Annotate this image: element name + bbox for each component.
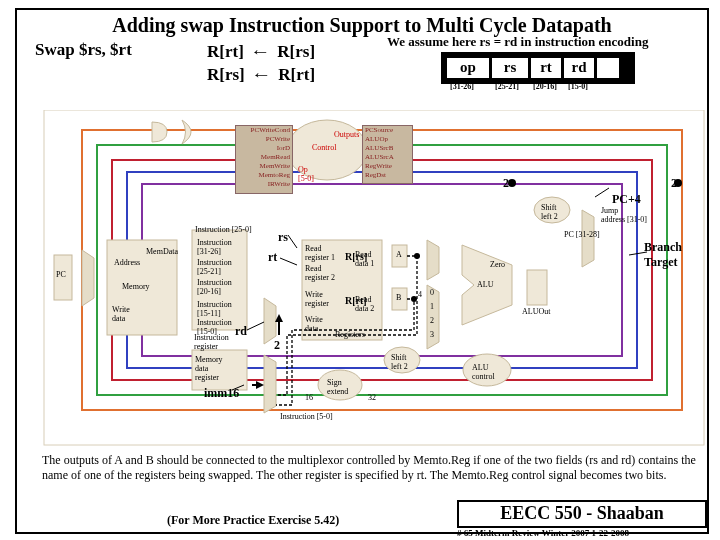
arrow-left-icon: ← xyxy=(247,65,277,85)
lbl-aluctl: ALU control xyxy=(472,363,495,381)
svg-line-24 xyxy=(247,322,264,330)
lbl-jaddr: Jump address [31-0] xyxy=(601,206,647,224)
bits-op: [31-26] xyxy=(450,82,474,91)
lbl-i2520: Instruction [25-0] xyxy=(195,225,252,234)
ov-2c: 2 xyxy=(671,176,677,191)
lbl-outputs: Outputs xyxy=(334,130,359,139)
rtl1-lhs: R[rt] xyxy=(207,42,244,61)
lbl-sl2a: Shift left 2 xyxy=(391,353,408,371)
lbl-wr: Write register xyxy=(305,290,329,308)
m1: 1 xyxy=(430,302,434,311)
ov-pc4: PC+4 xyxy=(612,192,641,207)
slide-footer: # 65 Midterm Review Winter 2007 1-22-200… xyxy=(457,528,629,538)
field-rs: rs xyxy=(492,58,528,78)
lbl-op: Op [5-0] xyxy=(298,165,314,183)
lbl-addr: Address xyxy=(114,258,140,267)
bits-rt: [20-16] xyxy=(533,82,557,91)
lbl-zero: Zero xyxy=(490,260,505,269)
field-pad xyxy=(597,58,619,78)
rtl-line-1: R[rt] ← R[rs] xyxy=(207,42,315,62)
lbl-b: B xyxy=(396,293,401,302)
lbl-i3126: Instruction [31-26] xyxy=(197,238,232,256)
lbl-mdr: Memory data register xyxy=(195,355,223,382)
rtl1-rhs: R[rs] xyxy=(277,42,315,61)
lbl-mem: Memory xyxy=(122,282,150,291)
ov-Rrt: R[rt] xyxy=(345,295,367,306)
control-signals-right: PCSourceALUOpALUSrcB ALUSrcARegWriteRegD… xyxy=(362,125,413,184)
arrow-left-icon: ← xyxy=(246,42,276,62)
field-rt: rt xyxy=(531,58,561,78)
m3: 3 xyxy=(430,330,434,339)
lbl-alu: ALU xyxy=(477,280,493,289)
lbl-four: 4 xyxy=(418,290,422,299)
lbl-ir: Instruction register xyxy=(194,333,229,351)
svg-point-15 xyxy=(411,296,417,302)
bits-rd: [15-0] xyxy=(568,82,588,91)
ov-Rrs: R[rs] xyxy=(345,251,367,262)
lbl-wdata: Write data xyxy=(112,305,130,323)
lbl-i2521: Instruction [25-21] xyxy=(197,258,232,276)
lbl-rr1: Read register 1 xyxy=(305,244,335,262)
control-signals-left: PCWriteCondPCWriteIorD MemReadMemWriteMe… xyxy=(235,125,293,194)
lbl-i2016: Instruction [20-16] xyxy=(197,278,232,296)
slide-frame: Adding swap Instruction Support to Multi… xyxy=(15,8,709,534)
practice-ref: (For More Practice Exercise 5.42) xyxy=(167,513,339,528)
field-rd: rd xyxy=(564,58,594,78)
svg-rect-9 xyxy=(527,270,547,305)
assume-note: We assume here rs = rd in instruction en… xyxy=(387,34,648,50)
lbl-32: 32 xyxy=(368,393,376,402)
svg-marker-21 xyxy=(256,381,264,389)
lbl-sl2b: Shift left 2 xyxy=(541,203,558,221)
lbl-i50: Instruction [5-0] xyxy=(280,412,333,421)
lbl-rr2: Read register 2 xyxy=(305,264,335,282)
lbl-memdata: MemData xyxy=(146,247,178,256)
lbl-pc3128: PC [31-28] xyxy=(564,230,600,239)
ov-rt: rt xyxy=(268,250,277,265)
rtl2-rhs: R[rt] xyxy=(278,65,315,84)
lbl-16: 16 xyxy=(305,393,313,402)
datapath-diagram: PCWriteCondPCWriteIorD MemReadMemWriteMe… xyxy=(42,110,707,450)
swap-instruction: Swap $rs, $rt xyxy=(35,40,132,60)
lbl-pc: PC xyxy=(56,270,66,279)
ov-imm16: imm16 xyxy=(204,386,239,401)
m2: 2 xyxy=(430,316,434,325)
lbl-rf: Registers xyxy=(335,330,365,339)
m0: 0 xyxy=(430,288,434,297)
bits-rs: [25-21] xyxy=(495,82,519,91)
lbl-aluout: ALUOut xyxy=(522,307,550,316)
lbl-a: A xyxy=(396,250,402,259)
ov-2b: 2 xyxy=(503,176,509,191)
svg-line-22 xyxy=(288,235,297,248)
lbl-wd: Write data xyxy=(305,315,323,333)
explanatory-note: The outputs of A and B should be connect… xyxy=(42,453,702,483)
ov-rd: rd xyxy=(235,324,247,339)
lbl-signext: Sign extend xyxy=(327,378,348,396)
rtl-line-2: R[rs] ← R[rt] xyxy=(207,65,315,85)
svg-line-26 xyxy=(595,188,609,197)
lbl-i1511: Instruction [15-11] xyxy=(197,300,232,318)
svg-point-16 xyxy=(508,179,516,187)
field-op: op xyxy=(447,58,489,78)
course-badge: EECC 550 - Shaaban xyxy=(457,500,707,528)
instruction-format: op rs rt rd xyxy=(441,52,635,84)
svg-line-23 xyxy=(280,258,297,265)
ov-rs: rs xyxy=(278,230,288,245)
svg-point-14 xyxy=(414,253,420,259)
ov-branch: Branch Target xyxy=(644,240,682,270)
rtl2-lhs: R[rs] xyxy=(207,65,245,84)
ov-2a: 2 xyxy=(274,338,280,353)
lbl-control: Control xyxy=(312,143,336,152)
